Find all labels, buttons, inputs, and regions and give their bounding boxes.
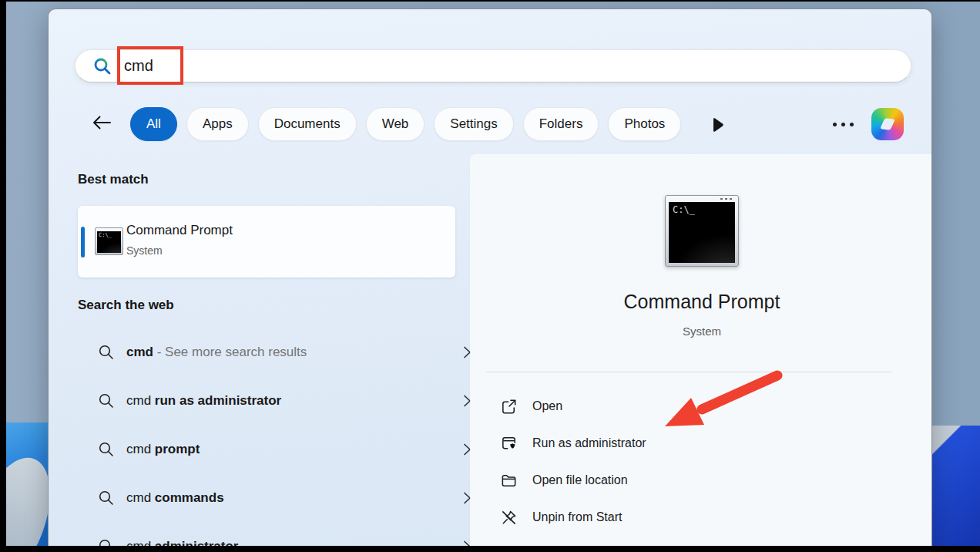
tab-settings[interactable]: Settings — [434, 107, 513, 141]
preview-subtitle: System — [471, 325, 932, 338]
windows-search-flyout: cmd All Apps Documents Web Settings Fold… — [48, 8, 932, 552]
action-label: Open — [532, 399, 562, 413]
action-open-file-location[interactable]: Open file location — [489, 462, 918, 499]
open-external-icon — [500, 398, 518, 416]
search-input[interactable]: cmd — [75, 49, 911, 82]
tab-photos[interactable]: Photos — [608, 107, 681, 141]
window-controls-icon — [720, 198, 733, 200]
best-match-title: Command Prompt — [126, 223, 233, 238]
command-prompt-icon-large: C:\_ — [665, 195, 739, 267]
search-icon — [92, 56, 112, 76]
web-suggestion-row[interactable]: cmd prompt — [78, 431, 486, 468]
wallpaper-bloom-left — [0, 422, 49, 552]
tab-documents[interactable]: Documents — [258, 107, 357, 141]
search-filter-bar: All Apps Documents Web Settings Folders … — [49, 106, 931, 142]
screenshot-frame-bottom — [0, 546, 980, 552]
action-open[interactable]: Open — [489, 388, 918, 425]
screenshot-frame-top — [0, 0, 980, 2]
action-label: Unpin from Start — [532, 510, 622, 524]
web-suggestion-row[interactable]: cmd run as administrator — [78, 382, 486, 419]
web-suggestion-row[interactable]: cmd commands — [78, 480, 486, 517]
action-label: Run as administrator — [532, 436, 646, 450]
best-match-heading: Best match — [78, 172, 149, 187]
unpin-icon — [500, 509, 518, 527]
play-arrow-icon — [708, 123, 727, 136]
action-label: Open file location — [532, 473, 628, 487]
tab-apps[interactable]: Apps — [186, 107, 249, 141]
action-list: Open Run as administrator — [489, 388, 918, 552]
back-button[interactable] — [89, 112, 115, 136]
wallpaper-bloom-right — [932, 426, 980, 552]
action-unpin-from-start[interactable]: Unpin from Start — [489, 499, 918, 536]
command-prompt-icon: C:\_ — [95, 227, 123, 255]
search-glyph-icon — [98, 344, 115, 361]
filter-tabs: All Apps Documents Web Settings Folders … — [130, 107, 681, 141]
web-suggestion-row[interactable]: cmd - See more search results — [78, 334, 486, 371]
panel-divider — [486, 372, 892, 372]
tab-web[interactable]: Web — [366, 107, 425, 141]
search-the-web-heading: Search the web — [78, 298, 174, 313]
search-glyph-icon — [98, 490, 115, 507]
preview-title: Command Prompt — [471, 291, 932, 313]
search-query-text[interactable]: cmd — [124, 57, 153, 75]
more-filters-button[interactable] — [708, 116, 727, 134]
action-run-as-administrator[interactable]: Run as administrator — [489, 425, 918, 462]
screenshot-frame-left — [0, 0, 6, 552]
copilot-icon[interactable] — [871, 108, 904, 140]
best-match-result[interactable]: C:\_ Command Prompt System — [78, 206, 455, 278]
ellipsis-icon — [833, 123, 837, 126]
tab-folders[interactable]: Folders — [523, 107, 599, 141]
search-glyph-icon — [98, 441, 115, 458]
admin-shield-icon — [500, 435, 518, 453]
selection-accent-bar — [81, 227, 85, 257]
tab-all[interactable]: All — [130, 107, 177, 141]
folder-icon — [500, 472, 518, 490]
back-arrow-icon — [90, 113, 113, 136]
options-button[interactable] — [833, 106, 854, 142]
preview-panel: C:\_ Command Prompt System Open — [471, 155, 932, 552]
best-match-subtitle: System — [126, 244, 163, 257]
ellipsis-icon — [841, 123, 845, 126]
search-glyph-icon — [98, 392, 115, 409]
ellipsis-icon — [850, 123, 854, 126]
